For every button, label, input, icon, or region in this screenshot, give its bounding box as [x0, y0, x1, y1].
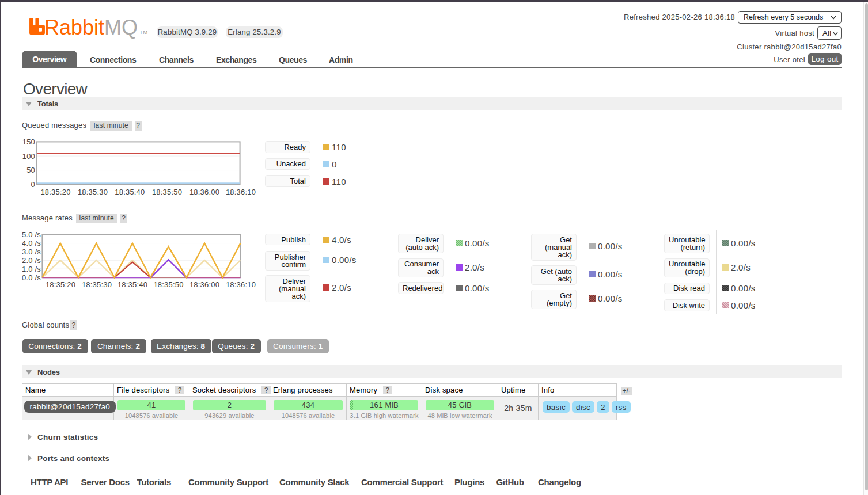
svg-text:18:35:40: 18:35:40: [117, 280, 147, 289]
svg-text:18:36:10: 18:36:10: [226, 280, 256, 289]
svg-text:0: 0: [31, 180, 35, 189]
svg-text:18:35:30: 18:35:30: [78, 188, 108, 196]
svg-text:18:35:20: 18:35:20: [46, 280, 75, 289]
svg-text:100: 100: [22, 152, 35, 161]
svg-text:150: 150: [22, 138, 35, 146]
svg-text:5.0 /s: 5.0 /s: [22, 230, 41, 239]
svg-text:18:36:00: 18:36:00: [189, 188, 219, 196]
svg-text:4.0 /s: 4.0 /s: [22, 239, 41, 248]
svg-text:18:36:10: 18:36:10: [226, 188, 256, 196]
svg-text:3.0 /s: 3.0 /s: [22, 248, 41, 256]
svg-text:18:35:50: 18:35:50: [153, 280, 183, 289]
svg-text:18:35:20: 18:35:20: [40, 188, 70, 196]
svg-text:18:36:00: 18:36:00: [189, 280, 219, 289]
svg-text:18:35:50: 18:35:50: [152, 188, 182, 196]
svg-text:2.0 /s: 2.0 /s: [22, 256, 41, 265]
svg-text:50: 50: [26, 166, 35, 174]
svg-text:1.0 /s: 1.0 /s: [22, 265, 41, 273]
svg-text:18:35:40: 18:35:40: [115, 188, 145, 196]
svg-text:0.0 /s: 0.0 /s: [22, 273, 41, 282]
svg-text:18:35:30: 18:35:30: [82, 280, 112, 289]
